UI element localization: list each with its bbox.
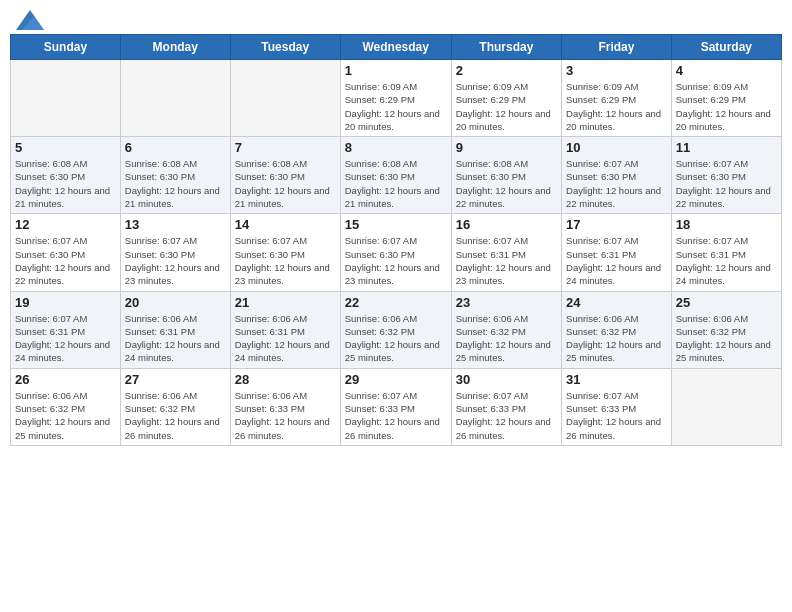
day-number: 15 <box>345 217 447 232</box>
calendar-cell: 6Sunrise: 6:08 AM Sunset: 6:30 PM Daylig… <box>120 137 230 214</box>
day-number: 21 <box>235 295 336 310</box>
day-info: Sunrise: 6:07 AM Sunset: 6:30 PM Dayligh… <box>566 157 667 210</box>
calendar-cell: 15Sunrise: 6:07 AM Sunset: 6:30 PM Dayli… <box>340 214 451 291</box>
day-info: Sunrise: 6:08 AM Sunset: 6:30 PM Dayligh… <box>345 157 447 210</box>
calendar-cell: 4Sunrise: 6:09 AM Sunset: 6:29 PM Daylig… <box>671 60 781 137</box>
calendar-cell: 25Sunrise: 6:06 AM Sunset: 6:32 PM Dayli… <box>671 291 781 368</box>
day-info: Sunrise: 6:07 AM Sunset: 6:30 PM Dayligh… <box>15 234 116 287</box>
day-info: Sunrise: 6:07 AM Sunset: 6:31 PM Dayligh… <box>566 234 667 287</box>
day-info: Sunrise: 6:06 AM Sunset: 6:32 PM Dayligh… <box>15 389 116 442</box>
day-number: 4 <box>676 63 777 78</box>
day-info: Sunrise: 6:09 AM Sunset: 6:29 PM Dayligh… <box>676 80 777 133</box>
day-number: 27 <box>125 372 226 387</box>
day-info: Sunrise: 6:07 AM Sunset: 6:31 PM Dayligh… <box>15 312 116 365</box>
calendar-cell: 23Sunrise: 6:06 AM Sunset: 6:32 PM Dayli… <box>451 291 561 368</box>
day-number: 20 <box>125 295 226 310</box>
calendar-cell: 31Sunrise: 6:07 AM Sunset: 6:33 PM Dayli… <box>562 368 672 445</box>
day-number: 1 <box>345 63 447 78</box>
day-number: 7 <box>235 140 336 155</box>
calendar-cell: 9Sunrise: 6:08 AM Sunset: 6:30 PM Daylig… <box>451 137 561 214</box>
logo <box>14 10 44 26</box>
calendar-cell: 13Sunrise: 6:07 AM Sunset: 6:30 PM Dayli… <box>120 214 230 291</box>
day-number: 16 <box>456 217 557 232</box>
weekday-header-tuesday: Tuesday <box>230 35 340 60</box>
calendar-cell: 28Sunrise: 6:06 AM Sunset: 6:33 PM Dayli… <box>230 368 340 445</box>
day-info: Sunrise: 6:08 AM Sunset: 6:30 PM Dayligh… <box>125 157 226 210</box>
calendar-week-2: 5Sunrise: 6:08 AM Sunset: 6:30 PM Daylig… <box>11 137 782 214</box>
calendar-cell: 7Sunrise: 6:08 AM Sunset: 6:30 PM Daylig… <box>230 137 340 214</box>
calendar-cell: 11Sunrise: 6:07 AM Sunset: 6:30 PM Dayli… <box>671 137 781 214</box>
day-info: Sunrise: 6:06 AM Sunset: 6:32 PM Dayligh… <box>456 312 557 365</box>
day-info: Sunrise: 6:06 AM Sunset: 6:33 PM Dayligh… <box>235 389 336 442</box>
weekday-header-sunday: Sunday <box>11 35 121 60</box>
day-number: 22 <box>345 295 447 310</box>
day-number: 9 <box>456 140 557 155</box>
day-number: 2 <box>456 63 557 78</box>
day-info: Sunrise: 6:07 AM Sunset: 6:30 PM Dayligh… <box>676 157 777 210</box>
day-info: Sunrise: 6:07 AM Sunset: 6:33 PM Dayligh… <box>566 389 667 442</box>
day-number: 12 <box>15 217 116 232</box>
calendar-week-4: 19Sunrise: 6:07 AM Sunset: 6:31 PM Dayli… <box>11 291 782 368</box>
calendar-cell: 19Sunrise: 6:07 AM Sunset: 6:31 PM Dayli… <box>11 291 121 368</box>
day-number: 31 <box>566 372 667 387</box>
weekday-header-wednesday: Wednesday <box>340 35 451 60</box>
day-number: 26 <box>15 372 116 387</box>
page-header <box>10 10 782 26</box>
day-info: Sunrise: 6:06 AM Sunset: 6:32 PM Dayligh… <box>125 389 226 442</box>
calendar-cell <box>120 60 230 137</box>
calendar-cell: 2Sunrise: 6:09 AM Sunset: 6:29 PM Daylig… <box>451 60 561 137</box>
day-info: Sunrise: 6:09 AM Sunset: 6:29 PM Dayligh… <box>345 80 447 133</box>
calendar-cell: 27Sunrise: 6:06 AM Sunset: 6:32 PM Dayli… <box>120 368 230 445</box>
logo-icon <box>16 10 44 30</box>
day-info: Sunrise: 6:09 AM Sunset: 6:29 PM Dayligh… <box>456 80 557 133</box>
day-info: Sunrise: 6:07 AM Sunset: 6:33 PM Dayligh… <box>345 389 447 442</box>
calendar-cell: 24Sunrise: 6:06 AM Sunset: 6:32 PM Dayli… <box>562 291 672 368</box>
calendar-cell: 29Sunrise: 6:07 AM Sunset: 6:33 PM Dayli… <box>340 368 451 445</box>
day-info: Sunrise: 6:07 AM Sunset: 6:31 PM Dayligh… <box>456 234 557 287</box>
calendar-cell: 30Sunrise: 6:07 AM Sunset: 6:33 PM Dayli… <box>451 368 561 445</box>
day-info: Sunrise: 6:06 AM Sunset: 6:31 PM Dayligh… <box>235 312 336 365</box>
calendar-cell: 26Sunrise: 6:06 AM Sunset: 6:32 PM Dayli… <box>11 368 121 445</box>
day-info: Sunrise: 6:07 AM Sunset: 6:33 PM Dayligh… <box>456 389 557 442</box>
day-info: Sunrise: 6:06 AM Sunset: 6:32 PM Dayligh… <box>676 312 777 365</box>
day-number: 17 <box>566 217 667 232</box>
day-number: 25 <box>676 295 777 310</box>
weekday-header-thursday: Thursday <box>451 35 561 60</box>
day-info: Sunrise: 6:08 AM Sunset: 6:30 PM Dayligh… <box>456 157 557 210</box>
day-number: 19 <box>15 295 116 310</box>
calendar-cell: 10Sunrise: 6:07 AM Sunset: 6:30 PM Dayli… <box>562 137 672 214</box>
day-number: 10 <box>566 140 667 155</box>
day-number: 13 <box>125 217 226 232</box>
day-number: 6 <box>125 140 226 155</box>
day-info: Sunrise: 6:07 AM Sunset: 6:30 PM Dayligh… <box>345 234 447 287</box>
calendar-cell: 5Sunrise: 6:08 AM Sunset: 6:30 PM Daylig… <box>11 137 121 214</box>
day-info: Sunrise: 6:08 AM Sunset: 6:30 PM Dayligh… <box>235 157 336 210</box>
day-number: 3 <box>566 63 667 78</box>
day-info: Sunrise: 6:07 AM Sunset: 6:30 PM Dayligh… <box>125 234 226 287</box>
calendar-cell: 18Sunrise: 6:07 AM Sunset: 6:31 PM Dayli… <box>671 214 781 291</box>
calendar-cell: 3Sunrise: 6:09 AM Sunset: 6:29 PM Daylig… <box>562 60 672 137</box>
day-number: 8 <box>345 140 447 155</box>
calendar-cell: 16Sunrise: 6:07 AM Sunset: 6:31 PM Dayli… <box>451 214 561 291</box>
calendar-cell: 1Sunrise: 6:09 AM Sunset: 6:29 PM Daylig… <box>340 60 451 137</box>
day-number: 29 <box>345 372 447 387</box>
calendar-cell: 12Sunrise: 6:07 AM Sunset: 6:30 PM Dayli… <box>11 214 121 291</box>
calendar-week-3: 12Sunrise: 6:07 AM Sunset: 6:30 PM Dayli… <box>11 214 782 291</box>
day-info: Sunrise: 6:09 AM Sunset: 6:29 PM Dayligh… <box>566 80 667 133</box>
calendar-cell <box>11 60 121 137</box>
calendar-cell: 17Sunrise: 6:07 AM Sunset: 6:31 PM Dayli… <box>562 214 672 291</box>
weekday-header-friday: Friday <box>562 35 672 60</box>
day-info: Sunrise: 6:06 AM Sunset: 6:31 PM Dayligh… <box>125 312 226 365</box>
day-info: Sunrise: 6:08 AM Sunset: 6:30 PM Dayligh… <box>15 157 116 210</box>
day-info: Sunrise: 6:07 AM Sunset: 6:30 PM Dayligh… <box>235 234 336 287</box>
day-number: 30 <box>456 372 557 387</box>
day-info: Sunrise: 6:06 AM Sunset: 6:32 PM Dayligh… <box>566 312 667 365</box>
day-number: 18 <box>676 217 777 232</box>
day-info: Sunrise: 6:07 AM Sunset: 6:31 PM Dayligh… <box>676 234 777 287</box>
calendar-cell: 14Sunrise: 6:07 AM Sunset: 6:30 PM Dayli… <box>230 214 340 291</box>
day-number: 11 <box>676 140 777 155</box>
weekday-header-saturday: Saturday <box>671 35 781 60</box>
calendar-cell: 20Sunrise: 6:06 AM Sunset: 6:31 PM Dayli… <box>120 291 230 368</box>
day-number: 24 <box>566 295 667 310</box>
calendar-week-5: 26Sunrise: 6:06 AM Sunset: 6:32 PM Dayli… <box>11 368 782 445</box>
